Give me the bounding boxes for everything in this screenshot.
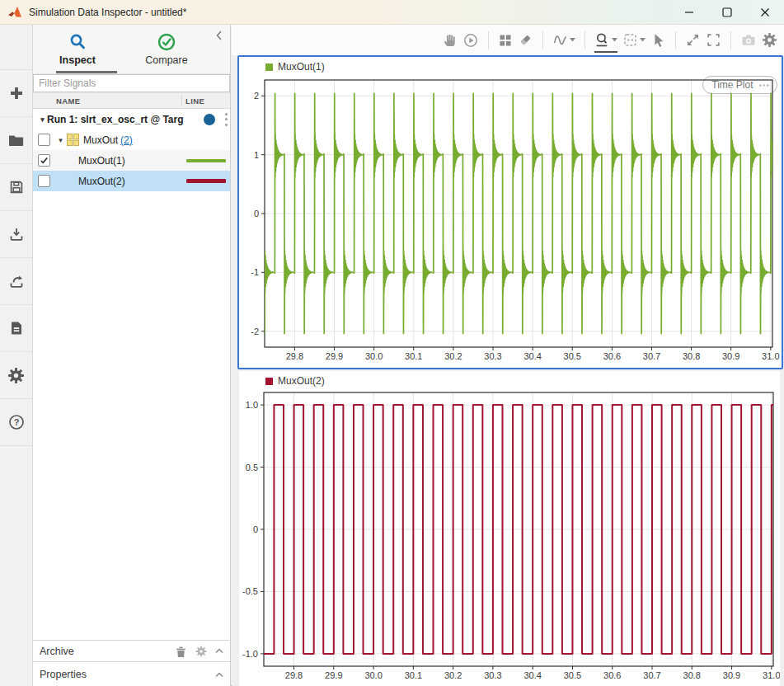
- plot-settings-button[interactable]: [759, 29, 780, 51]
- group-count-link[interactable]: (2): [120, 134, 133, 146]
- collapse-panel-button[interactable]: [214, 30, 225, 41]
- search-icon: [68, 32, 87, 52]
- compare-check-icon: [157, 32, 176, 52]
- tab-compare[interactable]: Compare: [122, 25, 211, 73]
- plot-toolbar: [232, 25, 784, 55]
- import-icon: [8, 226, 25, 242]
- archive-settings-button[interactable]: [195, 646, 207, 657]
- muxout1-checkbox[interactable]: [38, 154, 50, 167]
- document-icon: [8, 320, 25, 336]
- muxout-group-checkbox[interactable]: [38, 134, 50, 146]
- active-tab-underline: [56, 71, 117, 73]
- toolbar-separator: [542, 31, 543, 49]
- subplot-2-muxout2[interactable]: MuxOut(2) 29.829.930.030.130.230.330.430…: [239, 371, 780, 686]
- svg-text:31.0: 31.0: [762, 351, 779, 361]
- signal-row-muxout1[interactable]: MuxOut(1): [33, 150, 230, 171]
- fit-to-view-button[interactable]: [620, 29, 648, 51]
- signal-style-button[interactable]: [550, 29, 578, 51]
- run-collapse-caret[interactable]: ▾: [38, 115, 47, 124]
- subplot-layout-button[interactable]: [495, 29, 515, 51]
- tab-inspect[interactable]: Inspect: [33, 25, 122, 73]
- svg-text:29.9: 29.9: [326, 351, 343, 361]
- tab-inspect-label: Inspect: [59, 54, 96, 66]
- expand-button[interactable]: [683, 29, 703, 51]
- window-controls: [670, 0, 784, 25]
- subplot-1-legend: MuxOut(1): [265, 61, 325, 73]
- zoom-in-time-button[interactable]: [592, 29, 620, 51]
- run-menu-button[interactable]: [221, 113, 231, 126]
- zoom-time-icon: [594, 32, 610, 48]
- left-toolbar-spacer: [0, 25, 32, 70]
- maximize-button[interactable]: [708, 0, 746, 25]
- svg-text:29.8: 29.8: [286, 351, 303, 361]
- export-button[interactable]: [0, 258, 32, 305]
- signal-row-muxout2[interactable]: MuxOut(2): [33, 171, 230, 191]
- muxout2-plot-canvas[interactable]: 29.829.930.030.130.230.330.430.530.630.7…: [239, 389, 780, 684]
- group-collapse-caret[interactable]: ▾: [56, 136, 65, 144]
- svg-text:30.7: 30.7: [643, 351, 660, 361]
- archive-collapse-button[interactable]: [215, 648, 223, 654]
- properties-bar[interactable]: Properties: [33, 663, 230, 686]
- panel-tabs: Inspect Compare: [33, 25, 230, 74]
- pan-button[interactable]: [439, 29, 460, 51]
- preferences-button[interactable]: [0, 352, 32, 399]
- chevron-up-icon: [215, 648, 223, 654]
- snapshot-button[interactable]: [738, 29, 759, 51]
- run-row[interactable]: ▾ Run 1: slrt_ex_osc_rt @ Targ: [33, 109, 230, 129]
- svg-text:0: 0: [253, 524, 258, 534]
- svg-text:-1: -1: [251, 267, 259, 277]
- subplot-1-muxout1[interactable]: MuxOut(1) Time Plot ••• 29.829.930.030.1…: [237, 55, 783, 369]
- properties-label: Properties: [40, 669, 207, 680]
- gear-icon: [195, 646, 207, 657]
- eraser-icon: [518, 32, 533, 48]
- svg-text:30.1: 30.1: [405, 670, 422, 680]
- replay-button[interactable]: [460, 29, 481, 51]
- muxout1-plot-canvas[interactable]: 29.829.930.030.130.230.330.430.530.630.7…: [240, 77, 781, 369]
- import-button[interactable]: [0, 211, 32, 258]
- svg-text:-2: -2: [251, 327, 259, 336]
- svg-text:30.4: 30.4: [523, 351, 541, 361]
- matlab-logo-icon: [7, 5, 22, 20]
- svg-text:0: 0: [254, 209, 259, 218]
- save-button[interactable]: [0, 164, 32, 211]
- svg-text:-1.0: -1.0: [242, 649, 258, 659]
- run-status-dot: [204, 114, 215, 125]
- trash-icon: [175, 645, 187, 658]
- svg-text:30.0: 30.0: [365, 351, 383, 361]
- properties-collapse-button[interactable]: [215, 672, 223, 678]
- pointer-button[interactable]: [648, 29, 669, 51]
- muxout-group-row[interactable]: ▾ MuxOut (2): [33, 129, 230, 150]
- toolbar-separator: [584, 31, 585, 49]
- open-button[interactable]: [0, 117, 32, 164]
- fullscreen-button[interactable]: [703, 29, 724, 51]
- column-divider: [181, 95, 182, 106]
- signal-wave-icon: [552, 32, 568, 48]
- filter-signals-input[interactable]: [33, 74, 230, 92]
- column-header-name: NAME: [56, 96, 81, 106]
- delete-archive-button[interactable]: [175, 645, 187, 658]
- svg-text:30.3: 30.3: [484, 670, 501, 680]
- toolbar-separator: [675, 31, 676, 49]
- simulation-data-inspector-window: { "window": { "title": "Simulation Data …: [0, 0, 784, 686]
- export-icon: [8, 273, 25, 289]
- svg-text:30.8: 30.8: [683, 351, 700, 361]
- minimize-button[interactable]: [670, 0, 708, 25]
- muxout2-checkbox[interactable]: [38, 175, 50, 187]
- svg-text:31.0: 31.0: [763, 670, 780, 680]
- plot-region: MuxOut(1) Time Plot ••• 29.829.930.030.1…: [232, 25, 784, 686]
- svg-text:30.7: 30.7: [643, 670, 660, 680]
- erase-button[interactable]: [515, 29, 536, 51]
- mux-grid-icon: [67, 134, 79, 146]
- folder-icon: [7, 132, 25, 148]
- create-report-button[interactable]: [0, 305, 32, 352]
- muxout1-line-swatch: [186, 159, 226, 162]
- close-button[interactable]: [746, 0, 784, 25]
- add-button[interactable]: [0, 70, 32, 117]
- svg-text:30.5: 30.5: [564, 670, 581, 680]
- archive-bar[interactable]: Archive: [33, 640, 230, 662]
- replay-icon: [462, 32, 479, 49]
- left-toolbar: ?: [0, 25, 33, 686]
- help-button[interactable]: ?: [0, 399, 32, 446]
- toolbar-separator: [488, 31, 489, 49]
- pointer-icon: [650, 32, 666, 48]
